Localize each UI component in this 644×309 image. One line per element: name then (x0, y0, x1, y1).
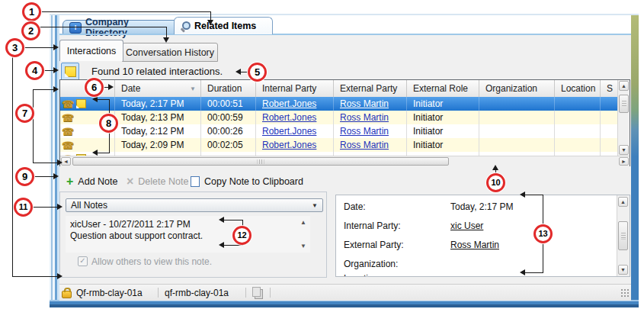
tab-strip-bottom-line (59, 34, 631, 35)
table-horizontal-scrollbar[interactable]: ◄ ► (60, 156, 630, 166)
found-interactions-text: Found 10 related interactions. (91, 66, 223, 77)
tab-related-items-label: Related Items (194, 21, 256, 31)
status-bar: Qf-rmb-clay-01a qf-rmb-clay-01a (59, 284, 631, 301)
callout-line (98, 99, 109, 100)
external-party-link[interactable]: Ross Martin (340, 126, 389, 137)
add-note-label: Add Note (78, 176, 117, 187)
callout-line (43, 70, 54, 71)
detail-value-date: Today, 2:17 PM (450, 201, 514, 212)
notes-filter-dropdown[interactable]: All Notes ▼ (66, 198, 323, 212)
window-left-border (50, 15, 59, 300)
callout-line (525, 272, 543, 273)
callout-arrow (207, 20, 213, 25)
callout-line (525, 195, 543, 195)
tab-interactions[interactable]: Interactions (59, 40, 123, 61)
note-text: Question about support contract. (70, 230, 203, 241)
interactions-table: Date ▼ Duration Internal Party External … (59, 79, 630, 166)
scroll-thumb[interactable] (618, 221, 628, 250)
callout-line (224, 245, 242, 246)
table-row[interactable]: ☎ Today, 2:09 PM 00:02:05 Robert.Jones R… (60, 138, 617, 153)
note-header: xicUser - 10/27/2011 2:17 PM (70, 219, 191, 230)
scroll-right-button[interactable]: ► (619, 157, 629, 166)
external-party-link[interactable]: Ross Martin (340, 140, 389, 150)
copy-note-label: Copy Note to Clipboard (204, 176, 303, 187)
callout-arrow (53, 86, 59, 92)
callout-arrow (92, 96, 98, 102)
delete-note-button[interactable]: × Delete Note (127, 176, 188, 187)
resize-grip[interactable] (620, 288, 630, 298)
external-party-link[interactable]: Ross Martin (340, 112, 389, 123)
scroll-down-button[interactable]: ▼ (618, 265, 628, 275)
internal-party-link[interactable]: Robert.Jones (262, 126, 316, 137)
scroll-up-button[interactable]: ▲ (618, 197, 628, 207)
scroll-up-button[interactable]: ▲ (619, 81, 629, 91)
callout-3: 3 (5, 38, 24, 57)
callout-arrow (53, 173, 59, 179)
callout-8: 8 (99, 114, 118, 133)
callout-line (33, 163, 58, 163)
detail-label: Location: (344, 273, 381, 277)
callout-line (31, 207, 58, 208)
column-header-organization[interactable]: Organization (479, 80, 555, 97)
scroll-down-icon[interactable]: ▼ (300, 243, 306, 249)
internal-party-link[interactable]: Robert.Jones (262, 98, 316, 109)
callout-arrow (53, 44, 59, 50)
callout-11: 11 (14, 198, 33, 217)
window-bottom-border (50, 300, 639, 307)
column-header-date[interactable]: Date ▼ (115, 80, 201, 97)
show-notes-button[interactable] (61, 63, 79, 81)
table-row[interactable]: ☎ Today, 2:17 PM 00:00:51 Robert.Jones R… (60, 97, 617, 111)
column-header-location[interactable]: Location (555, 80, 601, 97)
note-attached-icon (76, 99, 86, 108)
callout-line (40, 11, 210, 12)
interaction-details-panel: Date: Today, 2:17 PM Internal Party: xic… (335, 195, 630, 277)
callout-arrow (53, 67, 59, 73)
column-header-duration[interactable]: Duration (201, 80, 256, 97)
scroll-thumb[interactable] (619, 95, 629, 113)
callout-arrow (57, 204, 62, 210)
callout-9: 9 (15, 167, 34, 186)
tab-company-directory[interactable]: ! Company Directory (62, 20, 180, 35)
column-header-state[interactable]: S (601, 80, 617, 97)
callout-line (24, 47, 54, 48)
call-icon: ☎ (62, 99, 74, 109)
column-header-internal-party[interactable]: Internal Party (256, 80, 334, 97)
internal-party-link[interactable]: Robert.Jones (262, 140, 316, 150)
table-row[interactable]: ☎ Today, 2:12 PM 00:00:26 Robert.Jones R… (60, 124, 617, 139)
details-vertical-scrollbar[interactable]: ▲ ▼ (617, 195, 630, 276)
external-party-link[interactable]: Ross Martin (340, 98, 389, 109)
scroll-thumb[interactable] (72, 157, 449, 166)
table-row[interactable]: ☎ Today, 2:13 PM 00:00:59 Robert.Jones R… (60, 111, 617, 125)
column-header-external-role[interactable]: External Role (407, 80, 479, 97)
internal-party-link[interactable]: Robert.Jones (262, 112, 316, 123)
callout-line (38, 27, 166, 27)
callout-arrow (92, 150, 98, 156)
add-note-button[interactable]: + Add Note (66, 176, 117, 187)
tab-conversation-history[interactable]: Conversation History (122, 43, 218, 62)
internal-party-link[interactable]: xic User (450, 220, 483, 231)
callout-arrow (219, 217, 224, 223)
column-header-external-party[interactable]: External Party (334, 80, 407, 97)
allow-others-checkbox[interactable]: ✓ (78, 256, 88, 266)
table-vertical-scrollbar[interactable]: ▲ ▼ (617, 80, 630, 156)
page: ! Company Directory Related Items Intera… (0, 0, 644, 309)
scroll-down-button[interactable]: ▼ (619, 145, 629, 155)
separator (270, 288, 271, 298)
copy-note-button[interactable]: Copy Note to Clipboard (191, 176, 303, 187)
callout-arrow (57, 273, 62, 279)
sticky-note-icon (65, 66, 76, 77)
delete-note-label: Delete Note (138, 176, 188, 187)
notes-list[interactable]: xicUser - 10/27/2011 2:17 PM Question ab… (66, 216, 310, 253)
callout-line (241, 72, 248, 72)
chevron-down-icon: ▼ (312, 202, 318, 209)
callout-12: 12 (232, 226, 252, 245)
external-party-link[interactable]: Ross Martin (450, 240, 499, 250)
detail-label: Internal Party: (344, 220, 401, 231)
callout-line (33, 89, 34, 163)
separator (158, 288, 159, 298)
scroll-up-icon[interactable]: ▲ (300, 219, 306, 226)
callout-line (98, 153, 109, 153)
callout-13: 13 (533, 224, 553, 243)
tab-related-items[interactable]: Related Items (174, 17, 273, 34)
callout-line (33, 89, 54, 90)
